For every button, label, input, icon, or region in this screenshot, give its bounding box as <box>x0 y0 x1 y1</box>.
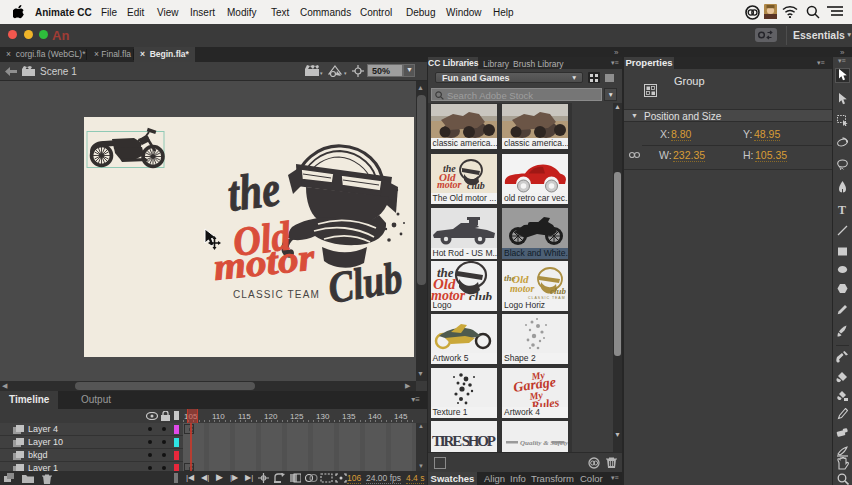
svg-text:motor: motor <box>510 283 535 294</box>
svg-text:club: club <box>467 180 485 191</box>
svg-text:CLASSIC TEAM: CLASSIC TEAM <box>233 289 321 300</box>
svg-text:TIRE SHOP: TIRE SHOP <box>432 433 496 449</box>
svg-text:motor: motor <box>437 179 462 190</box>
svg-text:club: club <box>550 286 567 296</box>
svg-text:Club: Club <box>325 253 406 313</box>
svg-text:the: the <box>225 160 283 222</box>
svg-text:motor: motor <box>211 235 317 287</box>
svg-text:Quality & Safety: Quality & Safety <box>520 439 568 447</box>
